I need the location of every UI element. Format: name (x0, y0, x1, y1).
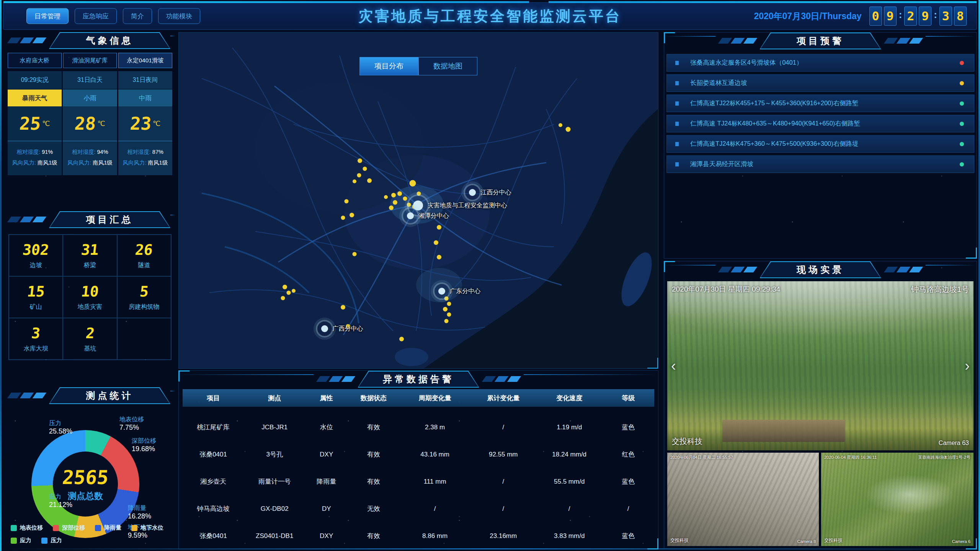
header-ticks-icon (9, 217, 44, 222)
warning-item-5[interactable]: 仁博高速TJ24标K475+360～K475+500(K936+300)右侧路堤 (666, 135, 974, 153)
map-marker-广西分中心[interactable]: 广西分中心 (316, 320, 333, 337)
legend-color-swatch (11, 525, 17, 531)
camera-next-arrow-icon[interactable]: › (965, 358, 970, 374)
chart-callout-应力: 应力21.12% (49, 493, 72, 509)
table-row: 张桑0401ZS0401-DB1DXY有效8.86 mm23.16mm3.83 … (183, 522, 654, 549)
nav-button-2[interactable]: 应急响应 (75, 8, 117, 24)
warning-status-icon (960, 101, 964, 106)
table-cell: 张桑0401 (183, 450, 244, 459)
warning-item-3[interactable]: 仁博高速TJ22标K455+175～K455+360(K916+200)右侧路堑 (666, 95, 974, 112)
header-ticks-icon (318, 376, 353, 382)
callout-name: 压力 (49, 419, 72, 427)
warning-label: 长韶娄道林互通边坡 (690, 79, 960, 87)
project-dot (286, 291, 291, 295)
weather-tab-3[interactable]: 永定0401滑坡 (118, 53, 172, 68)
legend-label: 降雨量 (104, 524, 121, 531)
table-cell: 蓝色 (602, 477, 654, 486)
map-tabs: 项目分布数据地图 (359, 57, 477, 75)
table-cell: 无效 (348, 504, 400, 513)
alarm-panel-header: 异常数据告警 (179, 371, 658, 388)
legend-label: 地表位移 (20, 524, 43, 531)
table-cell: 水位 (305, 423, 348, 432)
project-dot (358, 158, 362, 163)
sub-camera-feed-1[interactable]: 2020年06月04日 星期二 16:55:57 交投科技 Camera 8 (667, 453, 819, 546)
legend-label: 压力 (51, 537, 62, 544)
camera-timestamp: 2020年06月04日 星期二 16:55:57 (670, 455, 733, 460)
table-row: 湘乡壶天雨量计一号降雨量有效111 mm/55.5 mm/d蓝色 (183, 468, 654, 495)
table-cell: DY (305, 505, 348, 513)
camera-prev-arrow-icon[interactable]: ‹ (671, 358, 676, 374)
project-dot (393, 200, 397, 205)
table-cell: 有效 (348, 450, 400, 459)
map-tab-1[interactable]: 项目分布 (359, 57, 418, 75)
warnings-list: 张桑高速永定服务区4号滑坡体（0401）长韶娄道林互通边坡仁博高速TJ22标K4… (664, 54, 977, 173)
live-view-title: 现场实景 (777, 261, 864, 278)
warning-item-2[interactable]: 长韶娄道林互通边坡 (666, 74, 974, 92)
legend-color-swatch (53, 525, 59, 531)
alarm-panel: 异常数据告警 项目测点属性数据状态周期变化量累计变化量变化速度等级 洞口切坡5号… (178, 370, 658, 549)
table-cell: 蓝色 (602, 531, 654, 540)
warning-status-icon (960, 81, 964, 85)
weather-temperature: 23℃ (118, 106, 172, 141)
page-title: 灾害地质与工程安全智能监测云平台 (358, 7, 622, 26)
warning-item-4[interactable]: 仁博高速 TJ24标K480+635～K480+940(K941+650)右侧路… (666, 115, 974, 132)
digital-clock: 09:29:38 (869, 7, 967, 26)
summary-cell-水库大坝: 3水库大坝 (9, 318, 63, 360)
map-marker-湘潭分中心[interactable]: 湘潭分中心 (402, 207, 419, 225)
callout-name: 应力 (49, 493, 72, 500)
warning-item-1[interactable]: 张桑高速永定服务区4号滑坡体（0401） (666, 54, 974, 72)
table-cell: 张桑0401 (183, 531, 244, 540)
main-camera-feed[interactable]: 2020年07月30日 星期四 09:29:34 钟马路高边坡1号 交投科技 C… (667, 281, 973, 450)
table-cell: 有效 (348, 531, 400, 540)
legend-item-压力[interactable]: 压力 (41, 537, 62, 544)
nav-button-1[interactable]: 日常管理 (26, 8, 69, 24)
alarm-table-clipped-row: 洞口切坡5号孔DXY有效10.12 mm15.975.46 mm/d橙色 (183, 407, 654, 414)
map-marker-江西分中心[interactable]: 江西分中心 (464, 184, 481, 201)
nav-button-4[interactable]: 功能模块 (158, 8, 200, 24)
warning-item-6[interactable]: 湘潭县天易经开区滑坡 (666, 155, 974, 173)
header-right: 2020年07月30日/Thursday 09:29:38 (754, 7, 967, 26)
temperature-unit: ℃ (98, 119, 105, 128)
legend-item-地下水位[interactable]: 地下水位 (131, 524, 163, 531)
project-dot (292, 289, 296, 293)
summary-label: 边坡 (30, 261, 42, 269)
clock-digit: 3 (939, 7, 952, 26)
alarm-table: 项目测点属性数据状态周期变化量累计变化量变化速度等级 洞口切坡5号孔DXY有效1… (183, 389, 654, 549)
project-dot (437, 255, 441, 259)
marker-label: 广东分中心 (450, 287, 480, 295)
marker-label: 灾害地质与工程安全监测中心 (428, 202, 507, 210)
weather-time-label: 31日白天 (63, 71, 117, 90)
camera-watermark: 交投科技 (670, 537, 689, 544)
legend-item-降雨量[interactable]: 降雨量 (95, 524, 121, 531)
header-ticks-icon (886, 38, 921, 44)
callout-name: 地表位移 (119, 416, 144, 423)
clock-digit: 0 (869, 7, 882, 26)
table-row: 钟马高边坡GX-DB02DY无效//// (183, 495, 654, 522)
weather-tab-2[interactable]: 滑油洞尾矿库 (63, 53, 117, 68)
project-dot (389, 205, 394, 210)
project-dot (399, 337, 404, 341)
bullet-square-icon (675, 81, 679, 85)
weather-column-2: 31日白天小雨28℃相对湿度: 94%风向风力: 南风1级 (63, 71, 117, 175)
project-dot (283, 285, 287, 289)
legend-item-深部位移[interactable]: 深部位移 (53, 524, 85, 531)
table-cell: 钟马高边坡 (183, 504, 244, 513)
table-cell: 111 mm (400, 478, 470, 486)
weather-tab-1[interactable]: 水府庙大桥 (8, 53, 62, 68)
summary-cell-房建构筑物: 5房建构筑物 (117, 276, 171, 318)
project-dot (350, 213, 354, 217)
sub-camera-feed-2[interactable]: 2020-06-04 星期四 16:36:11 芙蓉南路海绵体治理1号-2号 交… (821, 453, 973, 546)
chart-legend: 地表位移深部位移降雨量地下水位应力压力 (11, 524, 174, 549)
legend-label: 地下水位 (140, 524, 163, 531)
map-marker-广东分中心[interactable]: 广东分中心 (433, 282, 451, 300)
project-dot (363, 167, 367, 171)
legend-item-应力[interactable]: 应力 (11, 537, 31, 544)
camera-timestamp: 2020年07月30日 星期四 09:29:34 (672, 284, 780, 294)
marker-ring-icon (402, 207, 419, 225)
project-dot (447, 302, 451, 306)
nav-button-3[interactable]: 简介 (123, 8, 152, 24)
live-view-header: 现场实景 (664, 261, 977, 278)
map-tab-2[interactable]: 数据地图 (418, 57, 477, 75)
legend-item-地表位移[interactable]: 地表位移 (11, 524, 43, 531)
temperature-unit: ℃ (42, 119, 50, 128)
